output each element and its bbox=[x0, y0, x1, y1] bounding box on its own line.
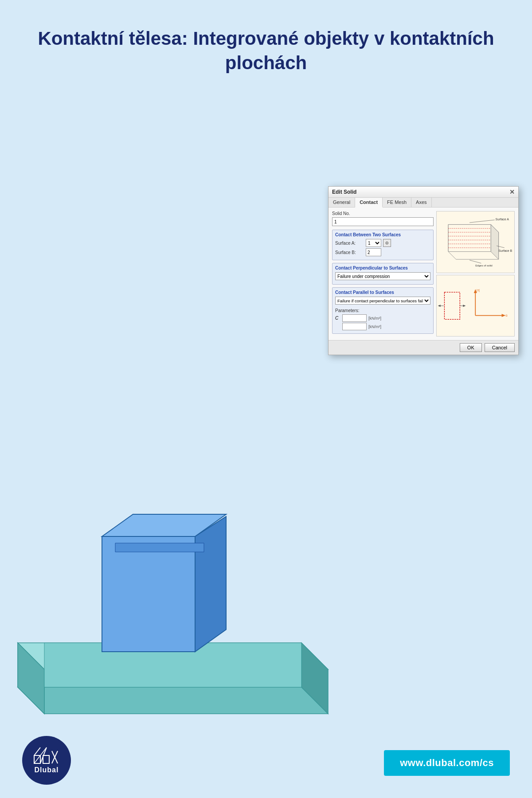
dialog-title: Edit Solid bbox=[332, 189, 356, 195]
contact-parallel-title: Contact Parallel to Surfaces bbox=[335, 290, 430, 295]
contact-parallel-group: Contact Parallel to Surfaces Failure if … bbox=[332, 287, 434, 334]
param-c-label: C bbox=[335, 316, 340, 321]
surface-b-label: Surface B: bbox=[335, 250, 364, 255]
logo-circle: Dlubal bbox=[22, 736, 71, 785]
logo-container: Dlubal bbox=[22, 736, 71, 785]
contact-between-group: Contact Between Two Surfaces Surface A: … bbox=[332, 230, 434, 260]
svg-marker-31 bbox=[463, 305, 466, 307]
svg-marker-14 bbox=[449, 224, 491, 251]
dialog-body: Solid No. Contact Between Two Surfaces S… bbox=[329, 207, 518, 340]
svg-line-39 bbox=[34, 747, 40, 755]
svg-line-21 bbox=[470, 220, 495, 223]
logo-icon bbox=[33, 747, 60, 764]
surface-b-input[interactable] bbox=[366, 248, 381, 256]
close-button[interactable]: ✕ bbox=[509, 189, 515, 195]
tab-axes[interactable]: Axes bbox=[411, 198, 431, 207]
svg-text:Surface A: Surface A bbox=[496, 218, 509, 221]
dialog-footer: OK Cancel bbox=[329, 340, 518, 355]
edit-solid-dialog: Edit Solid ✕ General Contact FE Mesh Axe… bbox=[328, 186, 519, 355]
preview-bottom: û |τ| bbox=[436, 275, 515, 337]
svg-text:|τ|: |τ| bbox=[477, 288, 480, 292]
surface-a-row: Surface A: 1 ⊙ bbox=[335, 239, 430, 247]
surface-a-label: Surface A: bbox=[335, 241, 364, 246]
solid-no-label: Solid No. bbox=[332, 211, 434, 216]
contact-between-title: Contact Between Two Surfaces bbox=[335, 232, 430, 237]
url-text: www.dlubal.com/cs bbox=[400, 757, 494, 768]
dialog-titlebar: Edit Solid ✕ bbox=[329, 187, 518, 198]
svg-rect-27 bbox=[445, 292, 460, 319]
contact-perp-title: Contact Perpendicular to Surfaces bbox=[335, 266, 430, 270]
3d-scene bbox=[0, 474, 337, 740]
tab-contact[interactable]: Contact bbox=[355, 198, 383, 207]
url-badge[interactable]: www.dlubal.com/cs bbox=[384, 750, 510, 776]
parameters-label: Parameters: bbox=[335, 308, 430, 313]
solid-no-input[interactable] bbox=[332, 217, 434, 226]
param-c-input[interactable] bbox=[342, 314, 367, 322]
contact-perp-select[interactable]: Failure under compression Full contact F… bbox=[335, 272, 430, 280]
preview-top: Surface A Surface B Edges of solid bbox=[436, 211, 515, 273]
surface-a-select[interactable]: 1 bbox=[366, 239, 381, 247]
svg-marker-29 bbox=[438, 305, 441, 307]
svg-marker-33 bbox=[502, 314, 506, 317]
svg-line-25 bbox=[470, 260, 481, 263]
svg-marker-6 bbox=[102, 536, 195, 652]
ok-button[interactable]: OK bbox=[460, 343, 482, 352]
page-title: Kontaktní tělesa: Integrované objekty v … bbox=[0, 0, 532, 88]
cancel-button[interactable]: Cancel bbox=[485, 343, 515, 352]
tab-fe-mesh[interactable]: FE Mesh bbox=[383, 198, 411, 207]
surface-b-row: Surface B: bbox=[335, 248, 430, 256]
svg-marker-10 bbox=[115, 543, 204, 552]
param-unit2: [kN/m²] bbox=[368, 325, 381, 329]
param-row2: [kN/m²] bbox=[335, 323, 430, 330]
contact-parallel-select[interactable]: Failure if contact perpendicular to surf… bbox=[335, 297, 430, 305]
param-input2[interactable] bbox=[342, 323, 367, 330]
param-c-row: C [kN/m³] bbox=[335, 314, 430, 322]
svg-text:û: û bbox=[506, 313, 508, 317]
dialog-tabs: General Contact FE Mesh Axes bbox=[329, 198, 518, 207]
param-c-unit: [kN/m³] bbox=[368, 316, 381, 321]
svg-marker-7 bbox=[195, 516, 226, 652]
contact-perp-group: Contact Perpendicular to Surfaces Failur… bbox=[332, 263, 434, 285]
logo-text: Dlubal bbox=[35, 766, 59, 774]
svg-text:Surface B: Surface B bbox=[499, 249, 512, 252]
surface-a-pick-btn[interactable]: ⊙ bbox=[383, 239, 391, 247]
tab-general[interactable]: General bbox=[329, 198, 355, 207]
svg-text:Edges of solid: Edges of solid bbox=[476, 264, 493, 267]
svg-marker-0 bbox=[18, 687, 328, 714]
svg-rect-42 bbox=[43, 755, 49, 763]
